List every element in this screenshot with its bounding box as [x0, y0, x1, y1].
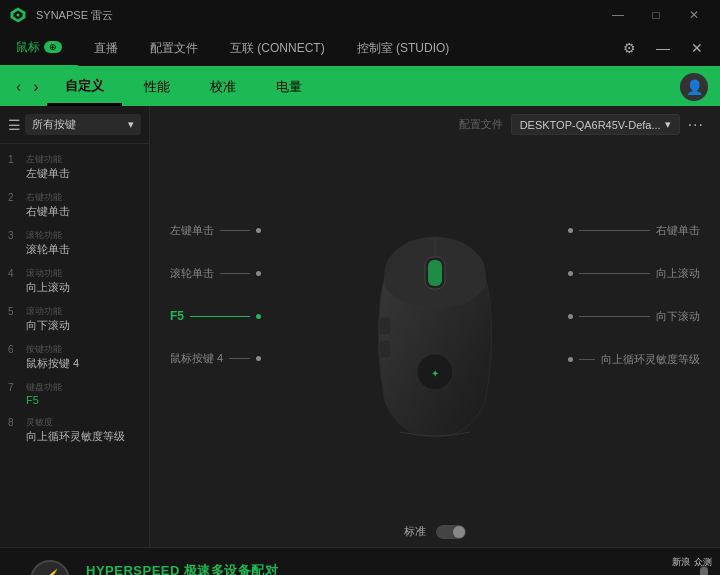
- button4-label-left: 鼠标按键 4: [170, 351, 261, 366]
- secondary-nav: ‹ › 自定义 性能 校准 电量 👤: [0, 68, 720, 106]
- title-bar: SYNAPSE 雷云 — □ ✕: [0, 0, 720, 30]
- item-number: 7: [8, 382, 20, 393]
- hyperspeed-text: HYPERSPEED 极速多设备配对 打开配对实用程序: [86, 562, 278, 575]
- tab-calibrate[interactable]: 校准: [192, 68, 254, 106]
- item-number: 5: [8, 306, 20, 317]
- scroll-down-label-right: 向下滚动: [568, 309, 700, 324]
- mouse-illustration: ✦: [355, 222, 515, 445]
- standard-row: 标准: [150, 524, 720, 547]
- right-labels: 右键单击 向上滚动 向下滚动 向上循环灵敏度等级: [568, 223, 700, 367]
- item-name: 向上循环灵敏度等级: [26, 429, 125, 444]
- mouse-badge: ⊕: [44, 41, 62, 53]
- tab-performance[interactable]: 性能: [126, 68, 188, 106]
- standard-label: 标准: [404, 524, 426, 539]
- item-number: 6: [8, 344, 20, 355]
- profile-dropdown-arrow: ▾: [665, 118, 671, 131]
- sidebar-list-item[interactable]: 6 按键功能 鼠标按键 4: [0, 338, 149, 376]
- button-list: 1 左键功能 左键单击 2 右键功能 右键单击 3 滚轮功能 滚轮单击 4 滚动…: [0, 144, 149, 547]
- nav-item-stream[interactable]: 直播: [78, 29, 134, 67]
- item-number: 4: [8, 268, 20, 279]
- razer-logo-icon: [8, 5, 28, 25]
- nav-item-connect[interactable]: 互联 (CONNECT): [214, 29, 341, 67]
- item-number: 3: [8, 230, 20, 241]
- item-name: 左键单击: [26, 166, 70, 181]
- scroll-click-label-left: 滚轮单击: [170, 266, 261, 281]
- minimize-button[interactable]: —: [600, 0, 636, 30]
- top-nav: 鼠标 ⊕ 直播 配置文件 互联 (CONNECT) 控制室 (STUDIO) ⚙…: [0, 30, 720, 68]
- mouse-diagram: 左键单击 滚轮单击 F5 鼠标按键 4: [150, 143, 720, 524]
- f5-label-left: F5: [170, 309, 261, 323]
- nav-item-mouse[interactable]: 鼠标 ⊕: [0, 29, 78, 67]
- user-avatar[interactable]: 👤: [680, 73, 708, 101]
- sidebar-list-item[interactable]: 3 滚轮功能 滚轮单击: [0, 224, 149, 262]
- app-title: SYNAPSE 雷云: [36, 8, 592, 23]
- left-labels: 左键单击 滚轮单击 F5 鼠标按键 4: [170, 223, 261, 366]
- item-type: 按键功能: [26, 343, 79, 356]
- item-name: 向上滚动: [26, 280, 70, 295]
- item-type: 滚动功能: [26, 267, 70, 280]
- svg-rect-5: [379, 317, 391, 335]
- sidebar-list-item[interactable]: 2 右键功能 右键单击: [0, 186, 149, 224]
- sidebar-list-item[interactable]: 1 左键功能 左键单击: [0, 148, 149, 186]
- back-arrow[interactable]: ‹: [12, 78, 25, 96]
- sensitivity-up-label-right: 向上循环灵敏度等级: [568, 352, 700, 367]
- item-name: 右键单击: [26, 204, 70, 219]
- close-button[interactable]: ✕: [676, 0, 712, 30]
- tab-power[interactable]: 电量: [258, 68, 320, 106]
- sidebar-list-item[interactable]: 4 滚动功能 向上滚动: [0, 262, 149, 300]
- forward-arrow[interactable]: ›: [29, 78, 42, 96]
- minimize-nav-icon[interactable]: —: [652, 37, 674, 59]
- hyperspeed-panel: ⚡ HYPERSPEED 极速多设备配对 打开配对实用程序: [0, 547, 720, 575]
- settings-icon[interactable]: ⚙: [618, 37, 640, 59]
- filter-dropdown[interactable]: 所有按键 ▾: [25, 114, 141, 135]
- sidebar-list-item[interactable]: 5 滚动功能 向下滚动: [0, 300, 149, 338]
- hamburger-icon[interactable]: ☰: [8, 117, 21, 133]
- maximize-button[interactable]: □: [638, 0, 674, 30]
- dropdown-arrow-icon: ▾: [128, 118, 134, 131]
- item-type: 滚动功能: [26, 305, 70, 318]
- item-type: 灵敏度: [26, 416, 125, 429]
- center-area: 配置文件 DESKTOP-QA6R45V-Defa... ▾ ··· 左键单击 …: [150, 106, 720, 547]
- nav-item-studio[interactable]: 控制室 (STUDIO): [341, 29, 466, 67]
- item-number: 8: [8, 417, 20, 428]
- item-type: 滚轮功能: [26, 229, 70, 242]
- item-name: F5: [26, 394, 62, 406]
- item-name: 向下滚动: [26, 318, 70, 333]
- sidebar-list-item[interactable]: 7 键盘功能 F5: [0, 376, 149, 411]
- left-click-label-left: 左键单击: [170, 223, 261, 238]
- item-name: 鼠标按键 4: [26, 356, 79, 371]
- toggle-knob: [453, 526, 465, 538]
- sidebar-header: ☰ 所有按键 ▾: [0, 106, 149, 144]
- item-name: 滚轮单击: [26, 242, 70, 257]
- hyperspeed-title: HYPERSPEED 极速多设备配对: [86, 562, 278, 575]
- right-click-label-right: 右键单击: [568, 223, 700, 238]
- svg-rect-4: [428, 260, 442, 286]
- svg-rect-6: [379, 340, 391, 358]
- nav-item-config[interactable]: 配置文件: [134, 29, 214, 67]
- hyperspeed-icon[interactable]: ⚡: [30, 560, 70, 575]
- item-number: 1: [8, 154, 20, 165]
- nav-icon-group: ⚙ — ✕: [618, 37, 720, 59]
- corner-brand: 新浪 众测: [672, 556, 712, 569]
- window-controls: — □ ✕: [600, 0, 712, 30]
- more-options-button[interactable]: ···: [688, 116, 704, 134]
- profile-label: 配置文件: [459, 117, 503, 132]
- standard-toggle[interactable]: [436, 525, 466, 539]
- item-type: 键盘功能: [26, 381, 62, 394]
- main-content: ☰ 所有按键 ▾ 1 左键功能 左键单击 2 右键功能 右键单击 3 滚轮功能: [0, 106, 720, 547]
- item-number: 2: [8, 192, 20, 203]
- sidebar-list-item[interactable]: 8 灵敏度 向上循环灵敏度等级: [0, 411, 149, 449]
- profile-bar: 配置文件 DESKTOP-QA6R45V-Defa... ▾ ···: [150, 106, 720, 143]
- profile-dropdown[interactable]: DESKTOP-QA6R45V-Defa... ▾: [511, 114, 680, 135]
- scroll-up-label-right: 向上滚动: [568, 266, 700, 281]
- sidebar: ☰ 所有按键 ▾ 1 左键功能 左键单击 2 右键功能 右键单击 3 滚轮功能: [0, 106, 150, 547]
- close-nav-icon[interactable]: ✕: [686, 37, 708, 59]
- svg-point-2: [17, 14, 20, 17]
- svg-text:✦: ✦: [431, 368, 439, 379]
- item-type: 右键功能: [26, 191, 70, 204]
- tab-customize[interactable]: 自定义: [47, 68, 122, 106]
- item-type: 左键功能: [26, 153, 70, 166]
